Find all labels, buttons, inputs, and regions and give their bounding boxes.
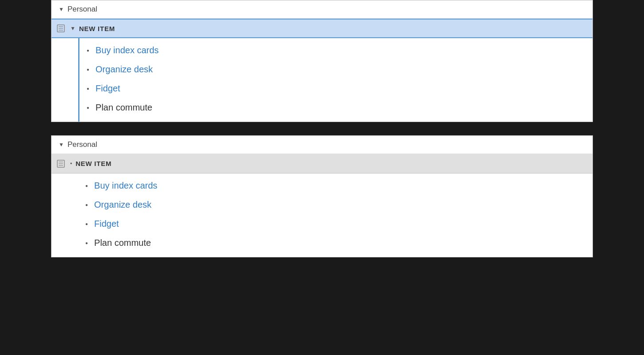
list-item[interactable]: ● Fidget — [78, 214, 585, 233]
item-link-organize-desk-2[interactable]: Organize desk — [94, 200, 151, 210]
top-new-item-row[interactable]: ▼ NEW ITEM — [52, 19, 592, 38]
bottom-panel: ▼ Personal • NEW ITEM — [51, 135, 593, 257]
bullet-icon: ● — [85, 202, 88, 207]
item-link-organize-desk[interactable]: Organize desk — [95, 64, 153, 75]
group-triangle-bottom: ▼ — [59, 142, 64, 148]
list-icon-top — [56, 24, 66, 33]
item-link-buy-index-cards[interactable]: Buy index cards — [95, 45, 159, 55]
bullet-icon: ● — [87, 105, 89, 110]
item-link-fidget-2[interactable]: Fidget — [94, 219, 119, 229]
list-item[interactable]: ● Buy index cards — [80, 41, 585, 60]
bottom-new-item-label: NEW ITEM — [76, 160, 111, 167]
list-item[interactable]: ● Buy index cards — [78, 176, 585, 195]
top-group-header: ▼ Personal — [52, 0, 592, 19]
new-item-bullet-bottom: • — [70, 161, 72, 167]
bullet-icon: ● — [87, 86, 89, 91]
list-item[interactable]: ● Organize desk — [80, 60, 585, 79]
top-new-item-label: NEW ITEM — [79, 25, 115, 32]
bottom-group-label: Personal — [68, 140, 97, 149]
list-icon-bottom — [56, 159, 66, 169]
top-panel: ▼ Personal ▼ NEW ITEM — [51, 0, 593, 122]
bottom-group-header: ▼ Personal — [52, 136, 592, 154]
group-triangle-top: ▼ — [59, 6, 64, 12]
item-text-plan-commute: Plan commute — [95, 103, 152, 113]
list-item: ● Plan commute — [78, 233, 585, 252]
item-link-buy-index-cards-2[interactable]: Buy index cards — [94, 181, 157, 191]
app-wrapper: ▼ Personal ▼ NEW ITEM — [0, 0, 644, 355]
item-link-fidget[interactable]: Fidget — [95, 83, 120, 94]
top-items-container: ● Buy index cards ● Organize desk ● Fidg… — [78, 38, 585, 122]
list-item[interactable]: ● Organize desk — [78, 195, 585, 214]
bullet-icon: ● — [87, 48, 89, 53]
list-item: ● Plan commute — [80, 98, 585, 117]
panels-container: ▼ Personal ▼ NEW ITEM — [0, 0, 644, 257]
top-group-label: Personal — [68, 5, 97, 14]
item-text-plan-commute-2: Plan commute — [94, 238, 151, 248]
bottom-items-container: ● Buy index cards ● Organize desk ● Fidg… — [78, 174, 585, 257]
bullet-icon: ● — [87, 67, 89, 72]
bullet-icon: ● — [85, 221, 88, 226]
bottom-new-item-row[interactable]: • NEW ITEM — [52, 154, 592, 174]
new-item-triangle-top: ▼ — [70, 25, 76, 32]
bullet-icon: ● — [85, 183, 88, 188]
list-item[interactable]: ● Fidget — [80, 79, 585, 98]
bullet-icon: ● — [85, 241, 88, 245]
